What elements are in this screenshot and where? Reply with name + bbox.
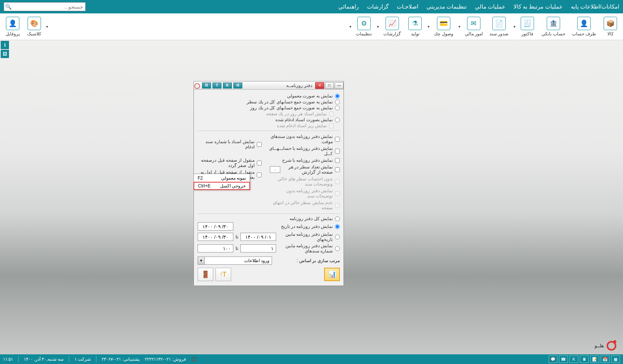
tool-settings[interactable]: ⚙تنظیمات — [353, 15, 375, 38]
radio-total-per-line[interactable]: نمایش به صورت جمع حسابهاي کل در یك سطر — [198, 99, 340, 104]
tool-profile[interactable]: 👤پروفایل — [2, 13, 23, 40]
menu-management[interactable]: تنظیمات مدیریتي — [426, 3, 467, 10]
tool-reports[interactable]: 📈گزارشات — [380, 15, 404, 38]
sb-chat-icon[interactable]: 💬 — [549, 355, 557, 363]
dialog-title: دفتر روزنامــه — [286, 83, 314, 88]
check-exclude-empty: بدون احتساب سطر هاي خالي وتوضیحات سند — [269, 176, 340, 187]
radio-normal-display[interactable]: نمایش به صورت معمولي — [198, 93, 340, 99]
sort-label: مرتب سازي بر اساس : — [297, 258, 340, 263]
key-k-button[interactable]: K — [223, 83, 232, 88]
user-icon: 👤 — [6, 17, 19, 30]
receipt-icon: 🧾 — [521, 17, 534, 30]
check-with-desc[interactable]: نمایش دفتر روزنامه با شرح — [269, 158, 340, 163]
gear-icon: ⚙ — [357, 17, 371, 30]
check-docs-per-page: نمایش اسناد هر روز در یك صفحه — [198, 111, 340, 116]
tool-bank-account[interactable]: 🏦حساب بانکي — [539, 13, 568, 40]
tool-voucher[interactable]: 📄صدور سند — [486, 13, 511, 40]
exit-button[interactable]: 🚪 — [198, 268, 213, 281]
font-button[interactable]: TT — [215, 268, 231, 281]
sb-phone-icon[interactable]: ☎ — [559, 355, 568, 363]
radio-merged-docs[interactable]: نمایش بصورت اسناد ادغام شده — [198, 117, 340, 122]
tool-invoice[interactable]: 🧾فاکتور — [517, 15, 538, 38]
side-image-icon[interactable]: 🖼 — [1, 50, 9, 58]
menu-corrections[interactable]: اصلاحـات — [397, 3, 418, 10]
tool-production[interactable]: ⚗تولید — [405, 13, 425, 40]
ctx-normal-sample[interactable]: نمونه معمولي F2 — [194, 174, 250, 182]
dropdown-icon[interactable]: ▾ — [512, 25, 517, 29]
tool-goods[interactable]: 📦کالا — [600, 13, 621, 40]
dropdown-icon[interactable]: ▾ — [376, 25, 380, 29]
docno-from-input[interactable] — [240, 244, 276, 252]
dropdown-icon[interactable]: ▾ — [457, 25, 462, 29]
workspace: ℹ 🖼 هلــو ✕ □ — دفتر روزنامــه R T K H — [0, 40, 623, 354]
key-t-button[interactable]: T — [213, 83, 221, 88]
radio-total-per-day[interactable]: نمایش به صورت جمع حسابهاي کل در یك روز — [198, 105, 340, 110]
search-input[interactable] — [12, 4, 85, 10]
radio-journal-between-docno[interactable]: نمایش دفتر روزنامه مابین شماره سندهاي — [281, 243, 340, 254]
docno-to-input[interactable] — [198, 244, 233, 252]
box-icon: 📦 — [604, 17, 617, 30]
dropdown-icon[interactable]: ▾ — [45, 25, 49, 29]
date-from-input[interactable]: ۱۴۰۰ /۰۹ /۰۱ — [240, 233, 276, 241]
search-icon[interactable]: 🔍 — [4, 3, 12, 11]
menu-base[interactable]: امکانات/اطلاعات پایه — [571, 3, 619, 10]
run-report-button[interactable]: 📊 — [324, 268, 340, 281]
close-button[interactable]: ✕ — [315, 82, 324, 89]
sb-date: سه شنبه,۳۰ آذر, ۱۴۰۰ — [24, 357, 64, 362]
sb-calc-icon[interactable]: 🖩 — [580, 355, 589, 363]
card-icon: 💳 — [437, 17, 450, 30]
check-carryover-first-zero[interactable]: منقول از صفحه قبل درصفحه اول صفر گردد — [198, 158, 262, 168]
flask-icon: ⚗ — [408, 17, 422, 30]
menu-help[interactable]: راهنمائي — [338, 3, 359, 10]
status-bar: ▦ 📅 📝 🖩 K ☎ 💬 🎧 فروش: ۰۲۱-۲۲۲۲۱۱۴۲ پشتیب… — [0, 354, 623, 364]
sb-company: شرکت ۱ — [74, 357, 91, 362]
tool-account-party[interactable]: 👤طرف حساب — [569, 13, 599, 40]
date-to-input[interactable]: ۱۴۰۰ /۰۹ /۳۰ — [198, 233, 233, 241]
sb-grid-icon[interactable]: ▦ — [611, 355, 620, 363]
dropdown-icon[interactable]: ▾ — [348, 25, 353, 29]
date-sep-label: تا — [236, 234, 238, 239]
sb-sales-label: فروش: — [172, 357, 186, 362]
app-logo: هلــو — [595, 341, 616, 351]
sb-support-label: پشتیباني: — [122, 357, 140, 362]
tool-financial-affairs[interactable]: ✉امور مالي — [462, 15, 486, 38]
menu-goods[interactable]: عملیات مرتبط به کالا — [514, 3, 563, 10]
check-without-desc: نمایش دفتر روزنامه بدون توضیحات سند — [269, 188, 340, 199]
radio-full-journal[interactable]: نمایش کل دفتر روزنامه — [198, 216, 340, 221]
check-merged-detail: نمایش ریز اسناد ادغام شده — [198, 123, 340, 128]
main-menubar: امکانات/اطلاعات پایه عملیات مرتبط به کال… — [0, 0, 623, 13]
sb-support-number: ۰۲۱-۲۳۰۶۷ — [102, 357, 121, 362]
sort-combo-text: ورود اطلاعات — [205, 258, 272, 263]
maximize-button[interactable]: □ — [325, 82, 334, 89]
sort-combo[interactable]: ورود اطلاعات ▼ — [198, 257, 272, 265]
docno-sep-label: تا — [236, 246, 238, 251]
palette-icon: 🎨 — [28, 17, 41, 30]
check-rows-per-page[interactable]: نمایش تعداد سطر در هر صفحه از گزارش — [269, 164, 340, 175]
date-on-input[interactable]: ۱۴۰۰ /۰۹ /۳۰ — [198, 222, 233, 231]
chevron-down-icon[interactable]: ▼ — [198, 257, 205, 264]
key-h-button[interactable]: H — [233, 83, 242, 88]
radio-journal-between-dates[interactable]: نمایش دفتر روزنامه مابین تاریخهاي — [281, 232, 340, 242]
search-box: 🔍 — [4, 2, 86, 11]
menu-reports[interactable]: گزارشات — [367, 3, 389, 10]
tool-classic[interactable]: 🎨کلاسیک — [24, 15, 45, 38]
key-r-button[interactable]: R — [202, 83, 211, 88]
logo-mark-icon — [607, 341, 616, 351]
check-without-temp[interactable]: نمایش دفتر روزنامه بدون سندهاي موقت — [269, 134, 340, 144]
radio-journal-on-date[interactable]: نمایش دفتر روزنامه در تاریخ — [281, 224, 340, 229]
tool-cheque[interactable]: 💳وصول چك — [431, 15, 456, 38]
ctx-excel-export[interactable]: خروجي اکسل Ctrl+E — [194, 182, 250, 190]
person-icon: 👤 — [577, 17, 591, 30]
bank-icon: 🏦 — [547, 17, 560, 30]
rows-count-input[interactable] — [270, 166, 280, 173]
side-info-icon[interactable]: ℹ — [1, 41, 9, 49]
menu-financial[interactable]: عملیات مالي — [475, 3, 505, 10]
dropdown-icon[interactable]: ▾ — [426, 25, 431, 29]
check-with-gl[interactable]: نمایش دفتر روزنامه با حسابــهــاي کــل — [269, 146, 340, 156]
sb-time: ۱۱:۵۱ — [3, 357, 13, 362]
minimize-button[interactable]: — — [335, 82, 344, 89]
check-merged-doc-no[interactable]: نمایش اسناد با شماره سند ادغام — [198, 139, 262, 149]
sb-calendar-icon[interactable]: 📅 — [601, 355, 610, 363]
sb-k-icon[interactable]: K — [569, 355, 578, 363]
sb-note-icon[interactable]: 📝 — [590, 355, 599, 363]
